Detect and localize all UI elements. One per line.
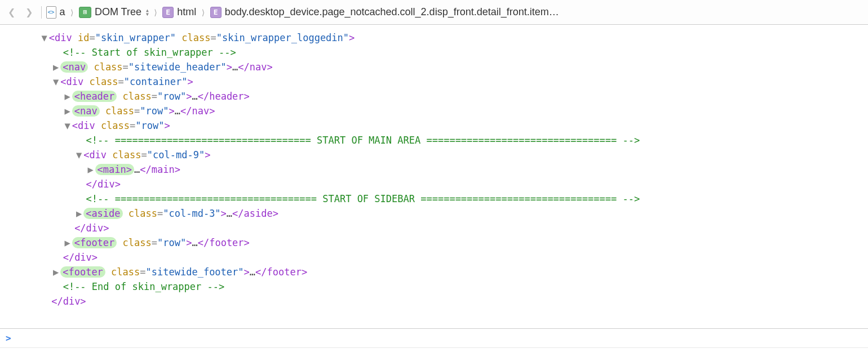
code-line[interactable]: ▶<nav class="sitewide_header">…</nav>: [23, 60, 868, 74]
element-badge-icon: E: [210, 7, 222, 18]
file-icon: [46, 6, 56, 19]
code-line[interactable]: ▶<footer class="sitewide_footer">…</foot…: [23, 265, 868, 279]
code-line[interactable]: <!-- ================================== …: [23, 133, 868, 148]
code-line[interactable]: ▼<div id="skin_wrapper" class="skin_wrap…: [23, 30, 868, 45]
chevron-right-icon: ⟩: [70, 8, 74, 17]
tree-badge-icon: ⊞: [79, 7, 91, 18]
expand-toggle-icon[interactable]: ▶: [51, 265, 60, 279]
expand-toggle-icon[interactable]: ▶: [74, 206, 83, 221]
chevron-right-icon: ⟩: [201, 8, 205, 17]
code-line[interactable]: ▶<nav class="row">…</nav>: [23, 104, 868, 118]
collapse-toggle-icon[interactable]: ▼: [51, 74, 60, 89]
console-prompt-icon: >: [6, 333, 11, 343]
code-line[interactable]: <!-- Start of skin_wrapper -->: [23, 45, 868, 60]
code-line[interactable]: ▼<div class="col-md-9">: [23, 148, 868, 162]
chevron-right-icon: ⟩: [153, 8, 158, 17]
code-line[interactable]: </div>: [23, 177, 868, 191]
expand-toggle-icon[interactable]: ▶: [51, 60, 60, 74]
collapse-toggle-icon[interactable]: ▼: [63, 118, 72, 133]
crumb-html[interactable]: html: [177, 6, 196, 18]
crumb-domtree[interactable]: DOM Tree: [95, 6, 141, 18]
code-line[interactable]: ▶<header class="row">…</header>: [23, 89, 868, 104]
expand-toggle-icon[interactable]: ▶: [86, 162, 95, 177]
element-badge-icon: E: [162, 7, 174, 18]
code-line[interactable]: ▶<footer class="row">…</footer>: [23, 235, 868, 250]
collapse-toggle-icon[interactable]: ▼: [74, 148, 83, 162]
expand-toggle-icon[interactable]: ▶: [63, 235, 72, 250]
breadcrumb-toolbar: ❮ ❯ a ⟩ ⊞ DOM Tree ▲▼ ⟩ E html ⟩ E body.…: [0, 0, 868, 25]
collapse-toggle-icon[interactable]: ▼: [40, 30, 49, 45]
code-line[interactable]: ▼<div class="container">: [23, 74, 868, 89]
updown-icon[interactable]: ▲▼: [146, 8, 149, 16]
nav-forward-icon[interactable]: ❯: [22, 5, 36, 19]
code-line[interactable]: ▶<aside class="col-md-3">…</aside>: [23, 206, 868, 221]
code-line[interactable]: ▶<main>…</main>: [23, 162, 868, 177]
expand-toggle-icon[interactable]: ▶: [63, 104, 72, 118]
console-bar[interactable]: >: [0, 329, 868, 348]
dom-tree-panel[interactable]: ▼<div id="skin_wrapper" class="skin_wrap…: [0, 25, 868, 329]
code-line[interactable]: ▼<div class="row">: [23, 118, 868, 133]
nav-back-icon[interactable]: ❮: [5, 5, 19, 19]
crumb-a[interactable]: a: [60, 6, 65, 18]
crumb-body[interactable]: body.desktop_device.page_notcached.coll_…: [225, 6, 559, 18]
code-line[interactable]: </div>: [23, 221, 868, 235]
divider: [41, 6, 42, 19]
code-line[interactable]: </div>: [23, 294, 868, 309]
code-line[interactable]: <!-- ===================================…: [23, 191, 868, 206]
code-line[interactable]: <!-- End of skin_wrapper -->: [23, 279, 868, 294]
expand-toggle-icon[interactable]: ▶: [63, 89, 72, 104]
code-line[interactable]: </div>: [23, 250, 868, 265]
